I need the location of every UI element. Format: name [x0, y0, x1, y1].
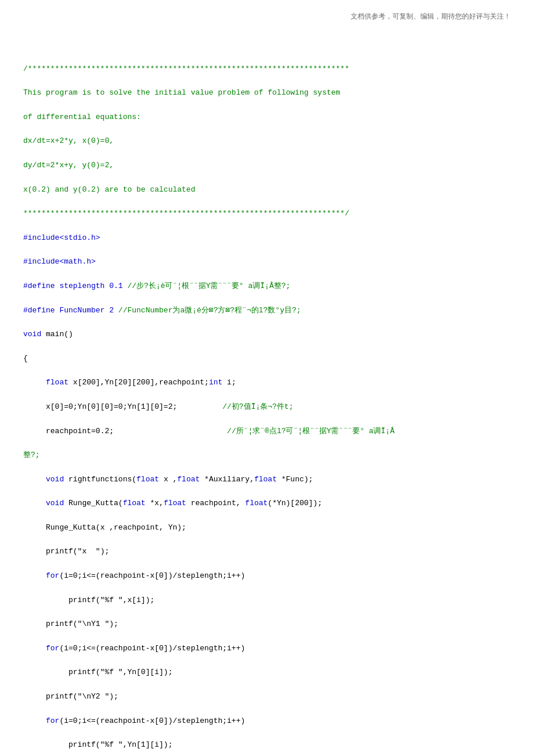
code-line: #include<stdio.h> — [23, 232, 511, 244]
comment: dy/dt=2*x+y, y(0)=2, — [23, 161, 114, 170]
comment: of differential equations: — [23, 113, 141, 121]
preprocessor: #include<stdio.h> — [23, 233, 100, 242]
code-text: x[200],Yn[20][200],reachpoint; — [68, 378, 209, 387]
code-line: printf("%f ",Yn[0][i]); — [23, 667, 511, 679]
code-text: *Auxiliary, — [200, 475, 254, 484]
code-text: printf("\nY2 "); — [23, 692, 118, 701]
keyword: for — [46, 717, 59, 725]
code-text — [23, 571, 46, 580]
code-line: printf("%f ",x[i]); — [23, 595, 511, 607]
code-text — [23, 475, 46, 484]
code-text: (i=0;i<=(reachpoint-x[0])/steplength;i++… — [59, 644, 245, 653]
code-text: reachpoint=0.2; — [23, 427, 227, 435]
comment: //FuncNumber为a微¡é分⊠?方⊠?程¨¬的l?数°y目?; — [118, 306, 301, 315]
code-line: dy/dt=2*x+y, y(0)=2, — [23, 160, 511, 172]
code-line: for(i=0;i<=(reachpoint-x[0])/steplength;… — [23, 715, 511, 728]
keyword: float — [245, 499, 268, 507]
code-line: #define steplength 0.1 //步?长¡è可¨¦根¨¨据Y需¨… — [23, 280, 511, 293]
code-text — [23, 644, 46, 653]
code-line: of differential equations: — [23, 111, 511, 124]
comment: //步?长¡è可¨¦根¨¨据Y需¨¨¨要° a调Ī¡Â整?; — [127, 282, 290, 290]
code-text: printf("%f ",x[i]); — [23, 596, 154, 604]
code-line: float x[200],Yn[20][200],reachpoint;int … — [23, 377, 511, 389]
code-line: dx/dt=x+2*y, x(0)=0, — [23, 135, 511, 147]
code-text: rightfunctions( — [64, 475, 136, 484]
keyword: for — [46, 644, 59, 653]
code-line: void main() — [23, 329, 511, 341]
code-line: ****************************************… — [23, 208, 511, 220]
code-text: Runge_Kutta(x ,reachpoint, Yn); — [23, 523, 186, 532]
comment: ****************************************… — [23, 209, 349, 218]
code-text — [23, 378, 46, 387]
code-text — [23, 499, 46, 507]
code-line: This program is to solve the initial val… — [23, 87, 511, 99]
keyword: for — [46, 571, 59, 580]
code-text: printf("x "); — [23, 547, 109, 556]
code-line: for(i=0;i<=(reachpoint-x[0])/steplength;… — [23, 570, 511, 582]
keyword: float — [177, 475, 200, 484]
code-line: void rightfunctions(float x ,float *Auxi… — [23, 474, 511, 486]
code-text: x , — [159, 475, 177, 484]
code-line: x(0.2) and y(0.2) are to be calculated — [23, 184, 511, 196]
header-text: 文档供参考，可复制、编辑，期待您的好评与关注！ — [351, 12, 511, 20]
code-line: #include<math.h> — [23, 256, 511, 268]
code-line: Runge_Kutta(x ,reachpoint, Yn); — [23, 522, 511, 534]
code-line: printf("%f ",Yn[1][i]); — [23, 739, 511, 751]
keyword: float — [123, 499, 146, 507]
comment: This program is to solve the initial val… — [23, 88, 340, 97]
code-text: printf("%f ",Yn[0][i]); — [23, 668, 172, 676]
keyword: float — [46, 378, 68, 387]
code-line: x[0]=0;Yn[0][0]=0;Yn[1][0]=2; //初?值Ī¡条¬?… — [23, 401, 511, 413]
code-text — [114, 306, 118, 315]
code-text: main() — [41, 330, 73, 339]
comment: //初?值Ī¡条¬?件t; — [222, 402, 293, 411]
code-line: 整?; — [23, 449, 511, 462]
code-line: printf("x "); — [23, 546, 511, 558]
code-line: #define FuncNumber 2 //FuncNumber为a微¡é分⊠… — [23, 305, 511, 317]
keyword: int — [209, 378, 222, 387]
code-line: for(i=0;i<=(reachpoint-x[0])/steplength;… — [23, 643, 511, 655]
comment: /***************************************… — [23, 64, 349, 73]
page-header: 文档供参考，可复制、编辑，期待您的好评与关注！ — [23, 12, 511, 21]
keyword: void — [23, 330, 41, 339]
preprocessor: #define steplength 0.1 — [23, 282, 123, 290]
code-text: x[0]=0;Yn[0][0]=0;Yn[1][0]=2; — [23, 402, 222, 411]
code-block: /***************************************… — [23, 39, 511, 756]
code-line: reachpoint=0.2; //所¨¦求¨®点l?可¨¦根¨¨据Y需¨¨¨要… — [23, 426, 511, 438]
code-text: *x, — [146, 499, 164, 507]
code-line: printf("\nY2 "); — [23, 691, 511, 703]
code-line: void Runge_Kutta(float *x,float reachpoi… — [23, 498, 511, 510]
comment: 整?; — [23, 451, 40, 459]
code-line: /***************************************… — [23, 63, 511, 75]
keyword: void — [46, 475, 64, 484]
code-text: (i=0;i<=(reachpoint-x[0])/steplength;i++… — [59, 571, 245, 580]
code-text: (*Yn)[200]); — [268, 499, 322, 507]
keyword: void — [46, 499, 64, 507]
preprocessor: #define FuncNumber 2 — [23, 306, 114, 315]
keyword: float — [164, 499, 186, 507]
code-text: i; — [222, 378, 236, 387]
comment: dx/dt=x+2*y, x(0)=0, — [23, 136, 114, 145]
code-text: Runge_Kutta( — [64, 499, 122, 507]
code-text: printf("%f ",Yn[1][i]); — [23, 740, 172, 749]
comment: //所¨¦求¨®点l?可¨¦根¨¨据Y需¨¨¨要° a调Ī¡Â — [227, 427, 395, 435]
code-text: *Func); — [277, 475, 313, 484]
comment: x(0.2) and y(0.2) are to be calculated — [23, 185, 195, 194]
code-text: reachpoint, — [186, 499, 245, 507]
preprocessor: #include<math.h> — [23, 257, 96, 266]
code-text — [23, 717, 46, 725]
code-line: { — [23, 353, 511, 365]
keyword: float — [136, 475, 159, 484]
code-line: printf("\nY1 "); — [23, 618, 511, 631]
keyword: float — [254, 475, 277, 484]
code-text: (i=0;i<=(reachpoint-x[0])/steplength;i++… — [59, 717, 245, 725]
code-text: { — [23, 354, 28, 363]
code-text: printf("\nY1 "); — [23, 620, 118, 628]
